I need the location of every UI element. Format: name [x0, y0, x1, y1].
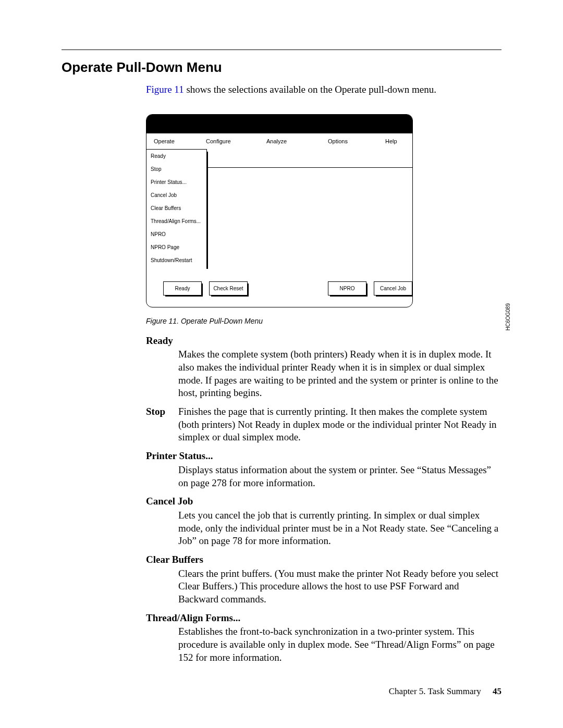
body-clear-buffers: Clears the print buffers. (You must make…: [178, 567, 501, 606]
menu-configure[interactable]: Configure: [199, 138, 259, 144]
body-ready: Makes the complete system (both printers…: [178, 348, 501, 400]
dropdown-item-cancel-job[interactable]: Cancel Job: [146, 189, 206, 202]
window-body: Operate Configure Analyze Options Help R…: [146, 133, 412, 307]
footer-page-number: 45: [493, 686, 501, 696]
ready-button[interactable]: Ready: [163, 281, 202, 295]
dropdown-item-printer-status[interactable]: Printer Status...: [146, 176, 206, 189]
page: Operate Pull-Down Menu Figure 11 shows t…: [0, 0, 563, 728]
term-cancel-job: Cancel Job: [146, 495, 501, 508]
menu-operate[interactable]: Operate: [146, 138, 199, 144]
npro-button[interactable]: NPRO: [328, 281, 366, 295]
def-printer-status: Printer Status... Displays status inform…: [146, 450, 501, 489]
figure-link[interactable]: Figure 11: [146, 84, 184, 95]
dropdown-container: Ready Stop Printer Status... Cancel Job …: [146, 149, 412, 267]
intro-paragraph: Figure 11 shows the selections available…: [146, 83, 501, 96]
dropdown-item-ready[interactable]: Ready: [146, 150, 206, 163]
term-clear-buffers: Clear Buffers: [146, 553, 501, 566]
menu-options[interactable]: Options: [321, 138, 378, 144]
menu-help[interactable]: Help: [378, 138, 405, 144]
def-ready: Ready Makes the complete system (both pr…: [146, 335, 501, 400]
def-thread-align: Thread/Align Forms... Establishes the fr…: [146, 612, 501, 664]
dropdown-item-shutdown-restart[interactable]: Shutdown/Restart: [146, 254, 206, 267]
dropdown-item-npro-page[interactable]: NPRO Page: [146, 241, 206, 254]
dropdown-shadow: [206, 152, 208, 269]
button-spacer: [255, 281, 321, 295]
term-stop: Stop: [146, 405, 178, 444]
app-window: Operate Configure Analyze Options Help R…: [146, 114, 413, 307]
def-clear-buffers: Clear Buffers Clears the print buffers. …: [146, 553, 501, 606]
body-cancel-job: Lets you cancel the job that is currentl…: [178, 509, 501, 548]
body-stop: Finishes the page that is currently prin…: [178, 405, 501, 444]
def-cancel-job: Cancel Job Lets you cancel the job that …: [146, 495, 501, 548]
button-row: Ready Check Reset NPRO Cancel Job: [146, 267, 412, 307]
figure-container: Operate Configure Analyze Options Help R…: [146, 114, 501, 307]
menu-bar: Operate Configure Analyze Options Help: [146, 133, 412, 149]
term-thread-align: Thread/Align Forms...: [146, 612, 501, 625]
dropdown-item-stop[interactable]: Stop: [146, 163, 206, 176]
footer-chapter: Chapter 5. Task Summary: [389, 686, 481, 696]
cancel-job-button[interactable]: Cancel Job: [374, 281, 412, 295]
dropdown-item-clear-buffers[interactable]: Clear Buffers: [146, 202, 206, 215]
body-thread-align: Establishes the front-to-back synchroniz…: [178, 625, 501, 664]
section-title: Operate Pull-Down Menu: [62, 59, 501, 76]
title-bar: [146, 115, 412, 133]
dropdown-item-npro[interactable]: NPRO: [146, 228, 206, 241]
def-stop: Stop Finishes the page that is currently…: [146, 405, 501, 444]
term-ready: Ready: [146, 335, 501, 348]
intro-text: shows the selections available on the Op…: [184, 84, 436, 95]
figure-caption: Figure 11. Operate Pull-Down Menu: [146, 317, 501, 325]
page-footer: Chapter 5. Task Summary 45: [389, 686, 501, 697]
term-printer-status: Printer Status...: [146, 450, 501, 463]
figure-code: HC6OG089: [505, 303, 511, 330]
dropdown-item-thread-align[interactable]: Thread/Align Forms...: [146, 215, 206, 228]
definition-list: Ready Makes the complete system (both pr…: [146, 335, 501, 664]
top-rule: [62, 50, 501, 50]
operate-dropdown: Ready Stop Printer Status... Cancel Job …: [146, 149, 207, 267]
menu-analyze[interactable]: Analyze: [259, 138, 321, 144]
check-reset-button[interactable]: Check Reset: [209, 281, 248, 295]
body-printer-status: Displays status information about the sy…: [178, 464, 501, 489]
